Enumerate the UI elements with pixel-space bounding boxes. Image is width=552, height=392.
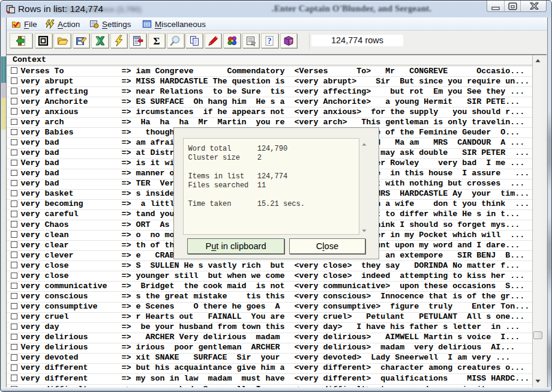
svg-text:?: ? — [268, 36, 272, 45]
svg-text:Σ: Σ — [153, 35, 160, 46]
svg-text:?: ? — [289, 38, 292, 44]
